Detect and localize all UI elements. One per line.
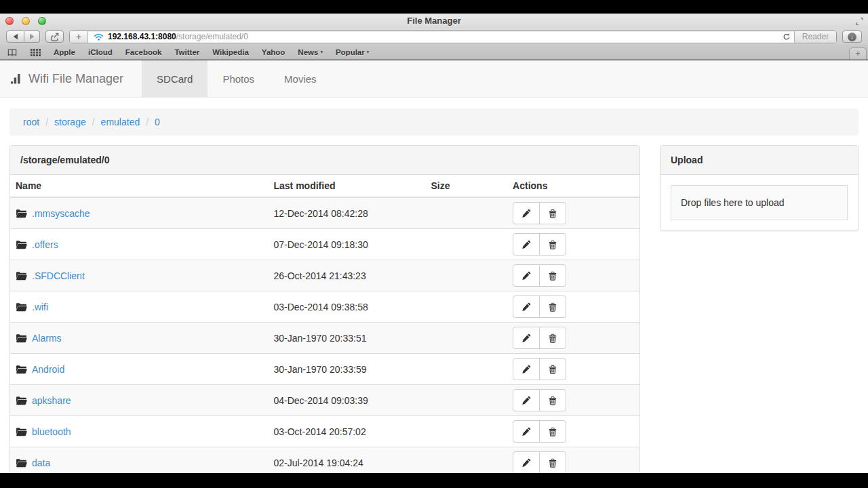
row-actions bbox=[513, 451, 566, 473]
nav-tab[interactable]: Movies bbox=[269, 60, 332, 97]
folder-link[interactable]: apkshare bbox=[32, 395, 71, 406]
delete-button[interactable] bbox=[539, 451, 566, 473]
bookmark-label: Facebook bbox=[125, 48, 162, 56]
table-row: data 02-Jul-2014 19:04:24 bbox=[10, 447, 639, 474]
delete-button[interactable] bbox=[539, 420, 566, 443]
bookmark-item[interactable]: Popular▾ bbox=[336, 48, 369, 56]
size-cell bbox=[425, 323, 507, 354]
last-modified-cell: 03-Dec-2014 09:38:58 bbox=[268, 291, 425, 323]
last-modified-cell: 26-Oct-2014 21:43:23 bbox=[268, 260, 425, 291]
signal-bars-icon bbox=[10, 73, 24, 84]
edit-button[interactable] bbox=[513, 296, 540, 318]
back-button[interactable] bbox=[6, 30, 24, 43]
last-modified-cell: 30-Jan-1970 20:33:51 bbox=[268, 323, 425, 354]
delete-button[interactable] bbox=[539, 327, 566, 349]
bookmark-item[interactable]: News▾ bbox=[298, 48, 323, 56]
folder-link[interactable]: data bbox=[32, 458, 50, 468]
delete-button[interactable] bbox=[539, 264, 566, 287]
trash-icon bbox=[548, 427, 557, 436]
edit-button[interactable] bbox=[513, 389, 540, 411]
pencil-icon bbox=[521, 302, 531, 312]
folder-link[interactable]: .mmsyscache bbox=[32, 208, 90, 219]
breadcrumb-item: storage/ bbox=[54, 117, 101, 127]
column-header: Last modified bbox=[268, 175, 425, 197]
breadcrumb-separator: / bbox=[45, 117, 48, 127]
breadcrumb-item: emulated/ bbox=[101, 117, 155, 127]
window-title: File Manager bbox=[0, 16, 868, 26]
add-tab-button[interactable]: + bbox=[70, 31, 88, 43]
files-table: NameLast modifiedSizeActions bbox=[10, 175, 639, 473]
nav-tab[interactable]: Photos bbox=[208, 60, 269, 97]
breadcrumb-separator: / bbox=[92, 117, 95, 127]
edit-button[interactable] bbox=[513, 358, 540, 380]
bookmarks-icon[interactable] bbox=[7, 48, 18, 56]
reader-button[interactable]: Reader bbox=[794, 31, 836, 43]
fullscreen-icon[interactable] bbox=[855, 17, 864, 26]
row-actions bbox=[513, 389, 566, 411]
edit-button[interactable] bbox=[513, 233, 540, 256]
main-row: /storage/emulated/0 NameLast modifiedSiz… bbox=[9, 145, 859, 473]
breadcrumb: root/storage/emulated/0 bbox=[9, 108, 859, 136]
folder-link[interactable]: .offers bbox=[32, 239, 58, 250]
last-modified-cell: 12-Dec-2014 08:42:28 bbox=[268, 197, 425, 229]
folder-icon bbox=[16, 396, 27, 405]
bookmark-item[interactable]: Twitter bbox=[174, 48, 199, 56]
edit-button[interactable] bbox=[513, 327, 540, 349]
upload-dropzone[interactable]: Drop files here to upload bbox=[671, 185, 848, 220]
title-bar[interactable]: File Manager bbox=[0, 14, 868, 28]
downloads-button[interactable]: ↓ bbox=[842, 30, 862, 43]
bookmark-item[interactable]: iCloud bbox=[88, 48, 113, 56]
edit-button[interactable] bbox=[513, 202, 540, 224]
url-text: 192.168.43.1:8080/storage/emulated/0 bbox=[108, 32, 248, 41]
breadcrumb-link[interactable]: 0 bbox=[155, 117, 160, 127]
forward-button[interactable] bbox=[24, 30, 40, 43]
edit-button[interactable] bbox=[513, 451, 540, 473]
row-actions bbox=[513, 420, 566, 443]
folder-link[interactable]: .wifi bbox=[32, 302, 48, 312]
edit-button[interactable] bbox=[513, 420, 540, 443]
trash-icon bbox=[548, 271, 557, 281]
bookmark-item[interactable]: Facebook bbox=[125, 48, 162, 56]
delete-button[interactable] bbox=[539, 358, 566, 380]
breadcrumb-link[interactable]: emulated bbox=[101, 117, 140, 127]
folder-icon bbox=[16, 365, 27, 374]
trash-icon bbox=[548, 458, 557, 468]
new-tab-button[interactable]: + bbox=[849, 47, 867, 60]
column-header: Size bbox=[425, 175, 507, 197]
bookmark-item[interactable]: Apple bbox=[54, 48, 75, 56]
folder-link[interactable]: bluetooth bbox=[32, 426, 71, 437]
files-panel: /storage/emulated/0 NameLast modifiedSiz… bbox=[9, 145, 640, 473]
bookmark-item[interactable]: Wikipedia bbox=[212, 48, 249, 56]
letterbox-top bbox=[0, 0, 868, 14]
nav-tab[interactable]: SDCard bbox=[142, 60, 208, 97]
delete-button[interactable] bbox=[539, 233, 566, 256]
nav-tab-label: Photos bbox=[222, 73, 254, 85]
share-button[interactable] bbox=[45, 30, 64, 43]
bookmark-caret-icon: ▾ bbox=[320, 49, 323, 55]
address-bar[interactable]: + 192.168.43.1:8080/storage/emulated/0 bbox=[69, 30, 837, 43]
bookmark-caret-icon: ▾ bbox=[367, 49, 370, 55]
size-cell bbox=[425, 197, 507, 229]
folder-icon bbox=[16, 209, 27, 218]
history-nav-group bbox=[6, 30, 40, 43]
delete-button[interactable] bbox=[539, 389, 566, 411]
delete-button[interactable] bbox=[539, 202, 566, 224]
browser-toolbar: + 192.168.43.1:8080/storage/emulated/0 bbox=[0, 28, 868, 45]
folder-link[interactable]: Android bbox=[32, 364, 64, 375]
wifi-favicon bbox=[94, 33, 104, 41]
breadcrumb-link[interactable]: storage bbox=[54, 117, 86, 127]
bookmark-label: iCloud bbox=[88, 48, 113, 56]
edit-button[interactable] bbox=[513, 264, 540, 287]
reload-button[interactable] bbox=[779, 31, 794, 43]
bookmark-item[interactable]: Yahoo bbox=[262, 48, 285, 56]
app-brand[interactable]: Wifi File Manager bbox=[0, 60, 134, 97]
url-field[interactable]: 192.168.43.1:8080/storage/emulated/0 bbox=[88, 31, 779, 43]
folder-icon bbox=[16, 427, 27, 436]
bookmark-label: News bbox=[298, 48, 318, 56]
folder-link[interactable]: .SFDCClient bbox=[32, 270, 85, 281]
delete-button[interactable] bbox=[539, 296, 566, 318]
top-sites-icon[interactable] bbox=[31, 49, 41, 56]
table-row: apkshare 04-Dec-2014 09:03:39 bbox=[10, 385, 639, 416]
folder-link[interactable]: Alarms bbox=[32, 333, 62, 344]
breadcrumb-link[interactable]: root bbox=[23, 117, 39, 127]
